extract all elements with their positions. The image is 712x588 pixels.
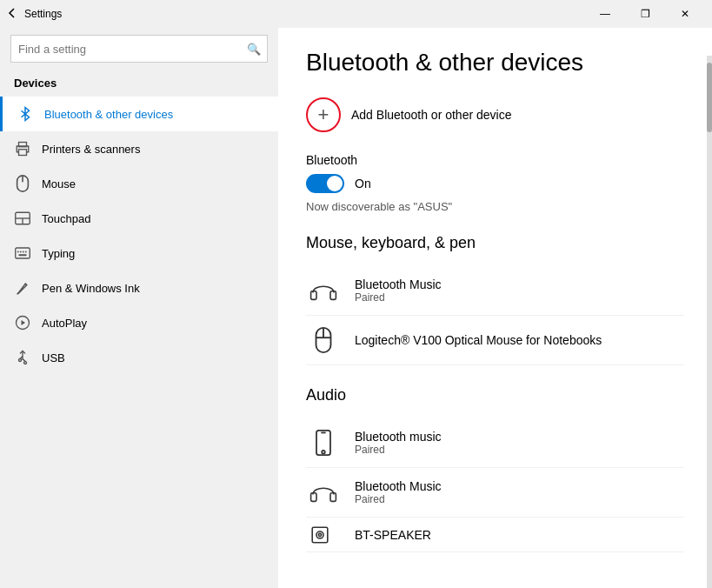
sidebar-item-mouse[interactable]: Mouse	[0, 166, 278, 201]
device-name: BT-SPEAKER	[355, 528, 431, 542]
headphones-icon	[306, 273, 341, 308]
svg-point-32	[316, 531, 323, 538]
svg-line-13	[25, 284, 27, 285]
search-container: 🔍	[10, 35, 268, 63]
sidebar-item-pen[interactable]: Pen & Windows Ink	[0, 271, 278, 305]
app-body: 🔍 Devices Bluetooth & other devices Prin…	[0, 28, 712, 588]
plus-icon: +	[318, 105, 329, 124]
bluetooth-toggle-row: On	[306, 174, 684, 193]
phone-icon	[306, 425, 341, 460]
touchpad-icon	[14, 210, 31, 227]
device-info: Bluetooth Music Paired	[355, 479, 442, 505]
pen-icon	[14, 279, 31, 297]
device-item: Bluetooth Music Paired	[306, 266, 684, 316]
device-info: BT-SPEAKER	[355, 528, 431, 542]
add-device-button[interactable]: + Add Bluetooth or other device	[306, 97, 684, 132]
usb-icon	[14, 349, 31, 366]
bluetooth-toggle[interactable]	[306, 174, 344, 193]
sidebar-item-touchpad[interactable]: Touchpad	[0, 201, 278, 236]
discoverable-text: Now discoverable as "ASUS"	[306, 200, 684, 213]
typing-icon	[14, 244, 31, 262]
sidebar-item-autoplay[interactable]: AutoPlay	[0, 305, 278, 340]
device-status: Paired	[355, 291, 442, 304]
section-header-mouse-keyboard-pen: Mouse, keyboard, & pen	[306, 234, 684, 252]
device-info: Bluetooth music Paired	[355, 430, 442, 456]
sidebar-item-label-usb: USB	[42, 351, 65, 364]
headphones-icon-2	[306, 475, 341, 510]
svg-point-20	[24, 362, 27, 364]
maximize-button[interactable]: ❐	[625, 0, 665, 28]
svg-marker-15	[22, 320, 26, 325]
add-device-circle: +	[306, 97, 341, 132]
svg-rect-26	[316, 431, 330, 455]
window-title: Settings	[24, 8, 585, 20]
autoplay-icon	[14, 314, 31, 331]
sidebar-item-label-pen: Pen & Windows Ink	[42, 282, 140, 295]
device-status: Paired	[355, 444, 442, 456]
device-name: Bluetooth Music	[355, 277, 442, 291]
sidebar-item-printers[interactable]: Printers & scanners	[0, 131, 278, 166]
section-audio: Audio Bluetooth music Paired	[306, 386, 684, 552]
mouse-device-icon	[306, 323, 341, 357]
svg-point-19	[19, 359, 22, 362]
device-status: Paired	[355, 493, 442, 505]
sidebar-item-label-mouse: Mouse	[42, 177, 76, 190]
scrollbar-thumb[interactable]	[707, 63, 712, 132]
toggle-knob	[327, 176, 343, 191]
device-item: Logitech® V100 Optical Mouse for Noteboo…	[306, 316, 684, 365]
sidebar-item-usb[interactable]: USB	[0, 340, 278, 375]
device-info: Logitech® V100 Optical Mouse for Noteboo…	[355, 333, 602, 347]
window-controls: — ❐ ✕	[585, 0, 705, 28]
search-input[interactable]	[10, 35, 268, 63]
device-info: Bluetooth Music Paired	[355, 277, 442, 304]
device-item: Bluetooth Music Paired	[306, 468, 684, 518]
svg-point-33	[318, 533, 321, 536]
device-item: Bluetooth music Paired	[306, 418, 684, 468]
sidebar: 🔍 Devices Bluetooth & other devices Prin…	[0, 28, 278, 588]
bluetooth-icon	[17, 105, 34, 123]
speaker-icon	[306, 518, 341, 552]
section-header-audio: Audio	[306, 386, 684, 404]
close-button[interactable]: ✕	[665, 0, 705, 28]
title-bar: Settings — ❐ ✕	[0, 0, 712, 28]
sidebar-item-label-bluetooth: Bluetooth & other devices	[44, 108, 173, 121]
device-name: Logitech® V100 Optical Mouse for Noteboo…	[355, 333, 602, 347]
back-button[interactable]	[7, 7, 17, 21]
bluetooth-section: Bluetooth On Now discoverable as "ASUS"	[306, 153, 684, 213]
svg-rect-31	[312, 527, 328, 543]
mouse-icon	[14, 175, 31, 192]
sidebar-item-label-printers: Printers & scanners	[42, 143, 140, 156]
add-device-label: Add Bluetooth or other device	[351, 108, 511, 122]
sidebar-section-label: Devices	[0, 73, 278, 97]
sidebar-item-label-typing: Typing	[42, 247, 75, 260]
device-name: Bluetooth music	[355, 430, 442, 444]
search-icon: 🔍	[247, 43, 261, 56]
sidebar-item-label-autoplay: AutoPlay	[42, 317, 87, 330]
section-mouse-keyboard-pen: Mouse, keyboard, & pen Bluetooth Music P…	[306, 234, 684, 365]
printer-icon	[14, 140, 31, 157]
device-item: BT-SPEAKER	[306, 518, 684, 552]
content-area: Bluetooth & other devices + Add Bluetoot…	[278, 28, 712, 588]
bluetooth-label: Bluetooth	[306, 153, 684, 167]
minimize-button[interactable]: —	[585, 0, 625, 28]
device-name: Bluetooth Music	[355, 479, 442, 493]
svg-rect-1	[19, 150, 27, 156]
page-title: Bluetooth & other devices	[306, 49, 684, 77]
scrollbar-track[interactable]	[707, 56, 712, 588]
svg-point-28	[322, 451, 325, 454]
sidebar-item-typing[interactable]: Typing	[0, 236, 278, 271]
svg-rect-7	[16, 248, 30, 258]
sidebar-item-bluetooth[interactable]: Bluetooth & other devices	[0, 97, 278, 131]
bluetooth-on-label: On	[355, 177, 371, 190]
sidebar-item-label-touchpad: Touchpad	[42, 212, 90, 225]
